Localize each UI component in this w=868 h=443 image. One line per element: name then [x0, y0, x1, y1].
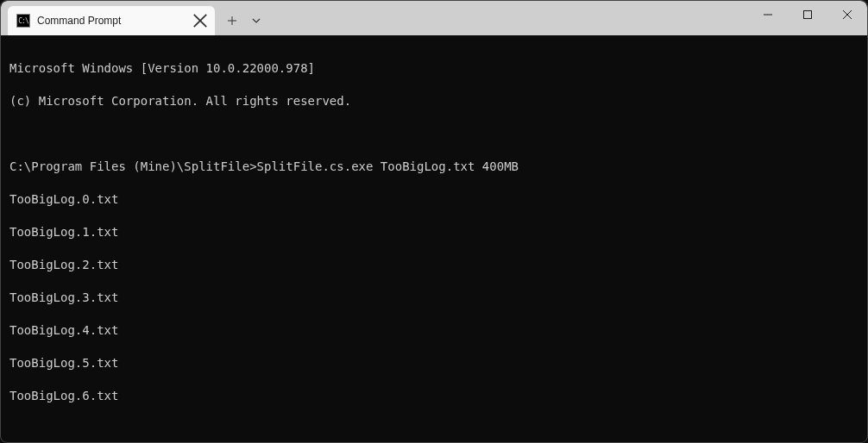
output-line: TooBigLog.2.txt [9, 257, 859, 273]
blank-line [9, 421, 859, 437]
header-line: Microsoft Windows [Version 10.0.22000.97… [9, 60, 859, 77]
new-tab-button[interactable] [218, 8, 246, 34]
tab-command-prompt[interactable]: C:\ Command Prompt [8, 6, 215, 35]
maximize-button[interactable] [788, 1, 827, 28]
output-line: TooBigLog.3.txt [9, 290, 859, 306]
blank-line [9, 126, 859, 142]
titlebar: C:\ Command Prompt [1, 1, 867, 35]
output-line: TooBigLog.4.txt [9, 322, 859, 339]
header-line: (c) Microsoft Corporation. All rights re… [9, 93, 859, 109]
svg-rect-5 [804, 11, 812, 19]
command-line: C:\Program Files (Mine)\SplitFile>SplitF… [9, 159, 859, 175]
cmd-icon: C:\ [16, 14, 30, 28]
prompt: C:\Program Files (Mine)\SplitFile> [9, 159, 257, 173]
output-line: TooBigLog.5.txt [9, 355, 859, 371]
tab-title: Command Prompt [37, 15, 186, 27]
output-line: TooBigLog.1.txt [9, 224, 859, 240]
command-text: SplitFile.cs.exe TooBigLog.txt 400MB [257, 159, 519, 173]
tab-actions [215, 6, 267, 35]
output-line: TooBigLog.0.txt [9, 191, 859, 208]
close-button[interactable] [827, 1, 867, 28]
minimize-button[interactable] [748, 1, 788, 28]
tab-dropdown-button[interactable] [246, 8, 267, 34]
terminal-content[interactable]: Microsoft Windows [Version 10.0.22000.97… [1, 35, 867, 443]
output-line: TooBigLog.6.txt [9, 388, 859, 404]
tab-close-button[interactable] [192, 13, 208, 28]
window-controls [748, 1, 867, 28]
